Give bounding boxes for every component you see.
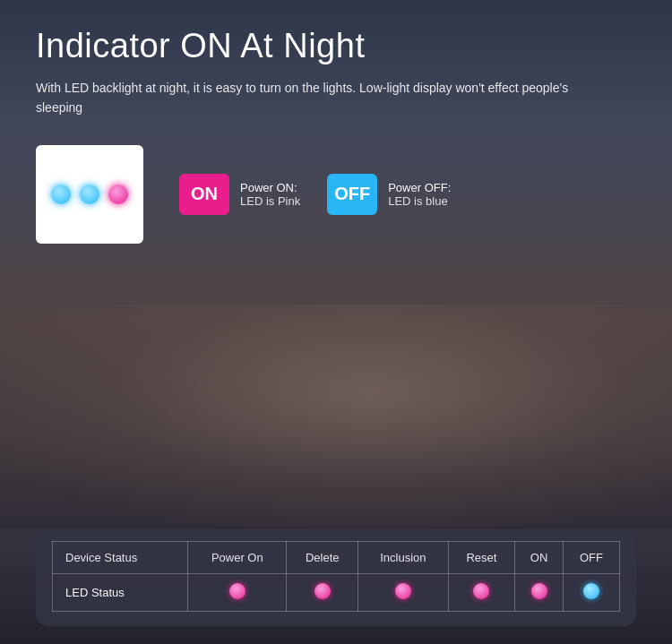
- dot-cell-1: [188, 574, 287, 612]
- led-circle-2: [80, 185, 99, 204]
- dot-inclusion: [395, 583, 411, 599]
- led-circle-1: [51, 185, 71, 204]
- dot-power-on: [229, 583, 246, 599]
- dot-cell-6: [563, 574, 619, 612]
- page-subtitle: With LED backlight at night, it is easy …: [36, 78, 573, 118]
- power-off-sub: LED is blue: [388, 194, 451, 208]
- main-content: Indicator ON At Night With LED backlight…: [0, 0, 672, 279]
- table-row: LED Status: [53, 574, 620, 612]
- col-on: ON: [515, 542, 564, 574]
- power-off-label: Power OFF:: [388, 181, 451, 194]
- dot-cell-2: [287, 574, 358, 612]
- power-off-badge: OFF: [327, 174, 377, 215]
- power-off-text: Power OFF: LED is blue: [388, 181, 451, 208]
- table-header-row: Device Status Power On Delete Inclusion …: [53, 542, 620, 574]
- power-on-badge: ON: [179, 174, 229, 215]
- col-inclusion: Inclusion: [358, 542, 448, 574]
- dot-cell-5: [515, 574, 564, 612]
- table-container: Device Status Power On Delete Inclusion …: [36, 527, 636, 626]
- dot-cell-3: [358, 574, 448, 612]
- dot-cell-4: [448, 574, 515, 612]
- col-delete: Delete: [287, 542, 358, 574]
- col-reset: Reset: [448, 542, 515, 574]
- power-on-label: Power ON:: [240, 181, 300, 194]
- dot-reset: [473, 583, 489, 599]
- row-label: LED Status: [53, 574, 188, 612]
- dot-off: [583, 583, 599, 599]
- dot-delete: [314, 583, 331, 599]
- indicator-items: ON Power ON: LED is Pink OFF Power OFF: …: [179, 174, 451, 215]
- col-off: OFF: [563, 542, 619, 574]
- switch-device: [36, 145, 143, 244]
- dot-on: [531, 583, 547, 599]
- power-on-indicator: ON Power ON: LED is Pink: [179, 174, 300, 215]
- demo-row: ON Power ON: LED is Pink OFF Power OFF: …: [36, 145, 636, 244]
- page-title: Indicator ON At Night: [36, 27, 636, 65]
- power-on-text: Power ON: LED is Pink: [240, 181, 300, 208]
- led-circle-3: [108, 185, 128, 204]
- power-off-indicator: OFF Power OFF: LED is blue: [327, 174, 451, 215]
- col-device-status: Device Status: [53, 542, 188, 574]
- scene-pillow: [0, 305, 672, 528]
- power-on-sub: LED is Pink: [240, 194, 300, 208]
- status-table: Device Status Power On Delete Inclusion …: [52, 541, 620, 612]
- col-power-on: Power On: [188, 542, 287, 574]
